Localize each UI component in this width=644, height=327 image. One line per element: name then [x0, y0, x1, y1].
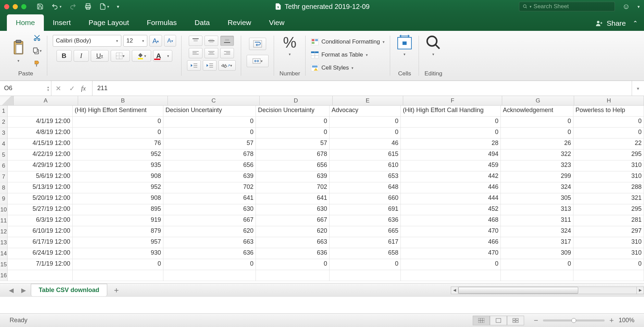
cell[interactable]: 610 — [330, 160, 401, 171]
font-size-select[interactable]: 12▾ — [123, 35, 147, 47]
cell[interactable]: 4/22/19 12:00 — [8, 149, 73, 160]
close-window-button[interactable] — [4, 4, 9, 9]
row-header[interactable]: 9 — [0, 193, 8, 204]
feedback-dropdown[interactable]: ▾ — [637, 4, 640, 9]
cell[interactable]: 660 — [330, 193, 401, 204]
cell[interactable]: 310 — [573, 248, 644, 259]
cell[interactable]: 4/1/19 12:00 — [8, 117, 73, 128]
row-header[interactable]: 5 — [0, 149, 8, 160]
row-header[interactable]: 7 — [0, 171, 8, 182]
cell[interactable]: 311 — [501, 215, 573, 226]
cell[interactable]: 678 — [256, 149, 330, 160]
cell[interactable] — [163, 270, 256, 281]
cell[interactable]: 0 — [73, 117, 163, 128]
editing-button[interactable] — [424, 33, 442, 52]
tab-view[interactable]: View — [260, 14, 293, 31]
horizontal-scrollbar[interactable]: ◀ ▶ — [451, 287, 644, 294]
cell[interactable]: 322 — [501, 149, 573, 160]
cell[interactable]: 442 — [401, 171, 501, 182]
cell[interactable]: 648 — [330, 182, 401, 193]
cell[interactable]: 620 — [163, 226, 256, 237]
hscroll-track[interactable] — [458, 287, 636, 294]
hscroll-right-button[interactable]: ▶ — [636, 287, 644, 294]
new-file-button[interactable]: ▾ — [99, 3, 109, 10]
cell[interactable]: 295 — [573, 149, 644, 160]
cell[interactable]: 26 — [501, 138, 573, 149]
cell[interactable]: (Hit) High Effort Call Handling — [401, 106, 501, 117]
cell[interactable]: 0 — [401, 117, 501, 128]
cell[interactable]: 0 — [501, 117, 573, 128]
cell[interactable]: 667 — [256, 215, 330, 226]
cell[interactable]: 617 — [330, 237, 401, 248]
cell[interactable]: 636 — [256, 248, 330, 259]
sheet-prev-button[interactable]: ◀ — [6, 287, 16, 294]
cell[interactable]: 6/10/19 12:00 — [8, 226, 73, 237]
bold-button[interactable]: B — [57, 50, 72, 62]
tab-formulas[interactable]: Formulas — [138, 14, 186, 31]
spreadsheet-grid[interactable]: ABCDEFGH 12345678910111213141516 (Hit) H… — [0, 96, 644, 283]
borders-button[interactable]: ▾ — [111, 50, 130, 62]
accept-formula-button[interactable]: ✓ — [65, 81, 79, 96]
tab-review[interactable]: Review — [219, 14, 260, 31]
cell[interactable]: 444 — [401, 193, 501, 204]
select-all-corner[interactable] — [0, 96, 14, 105]
cell[interactable]: 310 — [573, 237, 644, 248]
cell[interactable]: 0 — [163, 117, 256, 128]
cell[interactable]: Powerless to Help — [573, 106, 644, 117]
minimize-window-button[interactable] — [13, 4, 18, 9]
cell[interactable]: (Hit) High Effort Sentiment — [73, 106, 163, 117]
align-right-button[interactable] — [220, 48, 234, 58]
decrease-indent-button[interactable] — [187, 60, 201, 71]
cell[interactable]: 46 — [330, 138, 401, 149]
cell[interactable]: 468 — [401, 215, 501, 226]
column-header[interactable]: B — [78, 96, 168, 105]
cell[interactable]: 0 — [330, 117, 401, 128]
cell[interactable]: 0 — [573, 117, 644, 128]
cell[interactable]: 0 — [501, 259, 573, 270]
customize-qat-button[interactable]: ▾ — [117, 4, 119, 9]
cell[interactable]: 615 — [330, 149, 401, 160]
cell[interactable]: 0 — [573, 259, 644, 270]
cell[interactable]: 5/13/19 12:00 — [8, 182, 73, 193]
save-button[interactable] — [37, 3, 44, 10]
row-header[interactable]: 15 — [0, 259, 8, 270]
align-center-button[interactable] — [205, 48, 218, 58]
cell[interactable]: 0 — [256, 128, 330, 138]
cell[interactable]: 7/1/19 12:00 — [8, 259, 73, 270]
cell[interactable]: 295 — [573, 204, 644, 215]
zoom-in-button[interactable]: + — [609, 316, 614, 325]
cell[interactable]: 0 — [73, 259, 163, 270]
cell[interactable]: 630 — [256, 204, 330, 215]
cell[interactable] — [501, 270, 573, 281]
cell[interactable]: 309 — [501, 248, 573, 259]
share-button[interactable]: Share — [607, 19, 626, 27]
cell[interactable]: 0 — [330, 128, 401, 138]
cancel-formula-button[interactable]: ✕ — [51, 81, 65, 96]
cell[interactable]: Decision Uncertainty — [163, 106, 256, 117]
orientation-button[interactable]: ab↗▾ — [219, 60, 236, 71]
cell[interactable]: 470 — [401, 248, 501, 259]
cell[interactable]: 656 — [163, 160, 256, 171]
cell[interactable]: 288 — [573, 182, 644, 193]
cell[interactable]: 630 — [163, 204, 256, 215]
wrap-text-button[interactable] — [249, 38, 266, 50]
cell[interactable]: 952 — [73, 182, 163, 193]
cell[interactable]: 665 — [330, 226, 401, 237]
cell[interactable]: 5/27/19 12:00 — [8, 204, 73, 215]
cell[interactable]: 4/29/19 12:00 — [8, 160, 73, 171]
cell[interactable]: 310 — [573, 171, 644, 182]
cell[interactable]: 656 — [256, 160, 330, 171]
tab-page-layout[interactable]: Page Layout — [80, 14, 138, 31]
redo-button[interactable] — [69, 3, 77, 10]
row-header[interactable]: 14 — [0, 248, 8, 259]
align-top-button[interactable] — [189, 36, 202, 46]
sheet-tab[interactable]: Table CSV download — [31, 284, 107, 296]
cell[interactable]: 908 — [73, 193, 163, 204]
tab-home[interactable]: Home — [7, 14, 44, 31]
cell[interactable]: 324 — [501, 226, 573, 237]
cell[interactable]: 310 — [573, 160, 644, 171]
search-box[interactable]: ▾ — [519, 2, 615, 11]
print-button[interactable] — [84, 3, 92, 10]
cell[interactable]: 299 — [501, 171, 573, 182]
cell[interactable]: 702 — [163, 182, 256, 193]
